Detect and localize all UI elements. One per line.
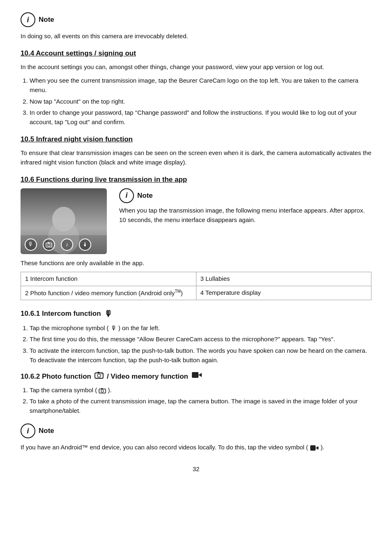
note-top-box: i Note — [21, 12, 371, 27]
section-106-below-text: These functions are only available in th… — [21, 258, 371, 268]
music-fn-icon: ♪ — [61, 238, 73, 251]
step-1062-2: To take a photo of the current transmiss… — [30, 396, 371, 416]
step-1061-2: The first time you do this, the message … — [30, 334, 371, 344]
section-106-heading: 10.6 Functions during live transmission … — [21, 174, 371, 185]
note-bottom-label: Note — [39, 423, 54, 438]
note-106-label: Note — [137, 188, 153, 203]
section-105-heading: 10.5 Infrared night vision function — [21, 134, 371, 145]
section-1062-heading-text2: / Video memory function — [107, 371, 188, 382]
svg-rect-9 — [192, 372, 198, 378]
note-top-icon: i — [21, 12, 35, 27]
intercom-fn-icon: 🎙 — [25, 238, 37, 251]
step-104-3: In order to change your password, tap "C… — [30, 108, 371, 127]
video-heading-icon — [191, 371, 202, 382]
note-bottom-box: i Note — [21, 423, 371, 438]
svg-point-8 — [101, 374, 102, 375]
note-top-text: In doing so, all events on this camera a… — [21, 31, 371, 41]
section-106-note-side: i Note When you tap the transmission ima… — [119, 188, 371, 254]
table-cell-1-2: 3 Lullabies — [196, 272, 371, 286]
table-cell-2-1: 2 Photo function / video memory function… — [21, 286, 196, 300]
section-104-para: In the account settings you can, amongst… — [21, 62, 371, 72]
svg-point-6 — [97, 374, 101, 377]
svg-point-3 — [48, 244, 50, 246]
functions-table: 1 Intercom function 3 Lullabies 2 Photo … — [21, 272, 371, 300]
section-1061-heading: 10.6.1 Intercom function 🎙 — [21, 308, 371, 320]
svg-rect-14 — [310, 445, 316, 451]
table-cell-2-2: 4 Temperature display — [196, 286, 371, 300]
table-cell-1-1: 1 Intercom function — [21, 272, 196, 286]
svg-marker-15 — [316, 446, 318, 450]
section-1062-heading-text1: 10.6.2 Photo function — [21, 371, 91, 382]
note-bottom-text: If you have an Android™ end device, you … — [21, 442, 371, 452]
svg-rect-7 — [97, 372, 99, 373]
camera-fn-icon — [43, 238, 55, 251]
note-bottom-icon: i — [21, 423, 35, 438]
section-106-layout: 🎙 ♪ 🌡 i Note When you tap th — [21, 188, 371, 254]
section-1062-heading: 10.6.2 Photo function / Video memory fun… — [21, 371, 371, 382]
phone-screen-inner: 🎙 ♪ 🌡 — [21, 188, 107, 254]
note-106-box: i Note — [119, 188, 371, 203]
phone-icons-row: 🎙 ♪ 🌡 — [21, 235, 107, 254]
svg-marker-10 — [198, 373, 202, 377]
intercom-heading-icon: 🎙 — [104, 308, 113, 320]
svg-rect-13 — [101, 388, 103, 389]
step-104-1: When you see the current transmission im… — [30, 76, 371, 95]
table-row-1: 1 Intercom function 3 Lullabies — [21, 272, 371, 286]
section-1062-steps: Tap the camera symbol ( ). To take a pho… — [30, 385, 371, 416]
step-1061-1: Tap the microphone symbol ( 🎙 ) on the f… — [30, 323, 371, 333]
section-1061-steps: Tap the microphone symbol ( 🎙 ) on the f… — [30, 323, 371, 365]
step-104-2: Now tap "Account" on the top right. — [30, 97, 371, 106]
note-106-icon: i — [119, 188, 134, 203]
table-row-2: 2 Photo function / video memory function… — [21, 286, 371, 300]
note-top-label: Note — [39, 12, 54, 27]
phone-screen: 🎙 ♪ 🌡 — [21, 188, 107, 254]
section-105-para: To ensure that clear transmission images… — [21, 148, 371, 167]
page-number: 32 — [21, 465, 371, 474]
camera-heading-icon — [95, 371, 104, 382]
note-106-text: When you tap the transmission image, the… — [119, 206, 371, 225]
svg-rect-4 — [48, 242, 49, 243]
step-1062-1: Tap the camera symbol ( ). — [30, 385, 371, 395]
temp-fn-icon: 🌡 — [79, 238, 91, 251]
section-104-steps: When you see the current transmission im… — [30, 76, 371, 127]
section-104-heading: 10.4 Account settings / signing out — [21, 48, 371, 59]
phone-image-area: 🎙 ♪ 🌡 — [21, 188, 111, 254]
step-1061-3: To activate the intercom function, tap t… — [30, 346, 371, 365]
svg-point-12 — [101, 390, 104, 392]
section-1061-heading-text: 10.6.1 Intercom function — [21, 308, 101, 319]
